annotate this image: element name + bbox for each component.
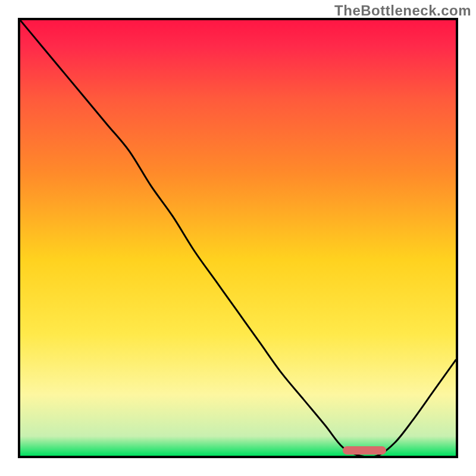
chart-frame	[18, 18, 458, 458]
optimal-range-marker	[343, 446, 386, 455]
chart-container: TheBottleneck.com	[0, 0, 476, 476]
watermark-text: TheBottleneck.com	[334, 2, 471, 19]
bottleneck-curve	[20, 20, 456, 456]
plot-area	[20, 20, 456, 456]
